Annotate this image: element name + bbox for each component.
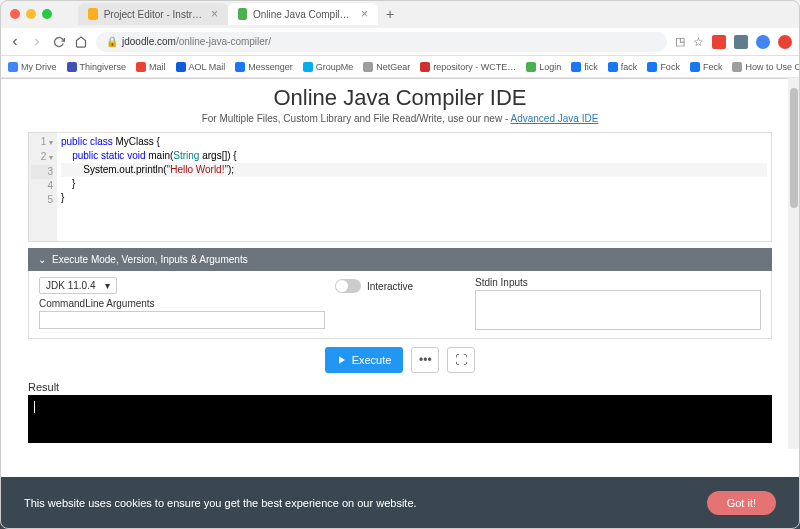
qr-icon[interactable]: ◳ (675, 35, 685, 48)
interactive-label: Interactive (367, 281, 413, 292)
chevron-down-icon: ▾ (105, 280, 110, 291)
execute-label: Execute (352, 354, 392, 366)
url-path: /online-java-compiler/ (176, 36, 271, 47)
bookmarks-bar: My Drive Thingiverse Mail AOL Mail Messe… (0, 56, 800, 78)
ext-icon[interactable] (734, 35, 748, 49)
bookmark-item[interactable]: fick (571, 62, 598, 72)
bookmark-item[interactable]: Fock (647, 62, 680, 72)
bookmark-item[interactable]: GroupMe (303, 62, 354, 72)
jdk-value: JDK 11.0.4 (46, 280, 95, 291)
page-subtitle: For Multiple Files, Custom Library and F… (28, 113, 772, 124)
ext-icon[interactable] (778, 35, 792, 49)
cookie-banner: This website uses cookies to ensure you … (0, 477, 800, 529)
browser-chrome: Project Editor - Instructables × Online … (0, 0, 800, 79)
cookie-accept-button[interactable]: Got it! (707, 491, 776, 515)
fullscreen-button[interactable]: ⛶ (447, 347, 475, 373)
bookmark-item[interactable]: How to Use Com… (732, 62, 800, 72)
editor-gutter: 1 ▾ 2 ▾ 3 4 5 (29, 133, 57, 241)
cursor (34, 401, 35, 413)
interactive-toggle[interactable] (335, 279, 361, 293)
star-icon[interactable]: ☆ (693, 35, 704, 49)
bookmark-item[interactable]: Thingiverse (67, 62, 127, 72)
tab-jdoodle[interactable]: Online Java Compiler - Onlin… × (228, 3, 378, 25)
more-button[interactable]: ••• (411, 347, 439, 373)
dots-icon: ••• (419, 353, 432, 367)
ext-icon[interactable] (712, 35, 726, 49)
stdin-label: Stdin Inputs (475, 277, 761, 288)
home-button[interactable] (74, 35, 88, 49)
fullscreen-icon: ⛶ (455, 353, 467, 367)
cmd-args-input[interactable] (39, 311, 325, 329)
bookmark-item[interactable]: Mail (136, 62, 166, 72)
lock-icon: 🔒 (106, 36, 118, 47)
exec-header-label: Execute Mode, Version, Inputs & Argument… (52, 254, 248, 265)
scrollbar-vertical[interactable] (788, 78, 800, 449)
favicon-icon (238, 8, 247, 20)
result-label: Result (28, 381, 772, 393)
reload-button[interactable] (52, 35, 66, 49)
bookmark-item[interactable]: repository - WCTE… (420, 62, 516, 72)
jdk-select[interactable]: JDK 11.0.4 ▾ (39, 277, 117, 294)
window-controls: Project Editor - Instructables × Online … (0, 0, 800, 28)
page-title: Online Java Compiler IDE (28, 85, 772, 111)
address-bar[interactable]: 🔒 jdoodle.com/online-java-compiler/ (96, 32, 667, 52)
chevron-down-icon: ⌄ (38, 254, 46, 265)
bookmark-item[interactable]: Login (526, 62, 561, 72)
tab-bar: Project Editor - Instructables × Online … (78, 3, 790, 25)
tab-instructables[interactable]: Project Editor - Instructables × (78, 3, 228, 25)
extensions (712, 35, 792, 49)
exec-panel-header[interactable]: ⌄ Execute Mode, Version, Inputs & Argume… (28, 248, 772, 271)
window-close[interactable] (10, 9, 20, 19)
close-icon[interactable]: × (361, 7, 368, 21)
avatar[interactable] (756, 35, 770, 49)
stdin-input[interactable] (475, 290, 761, 330)
cmd-args-label: CommandLine Arguments (39, 298, 325, 309)
svg-marker-0 (339, 356, 345, 364)
address-row: 🔒 jdoodle.com/online-java-compiler/ ◳ ☆ (0, 28, 800, 56)
bookmark-item[interactable]: AOL Mail (176, 62, 226, 72)
exec-panel-body: JDK 11.0.4 ▾ CommandLine Arguments Inter… (28, 271, 772, 339)
play-icon (337, 355, 347, 365)
window-minimize[interactable] (26, 9, 36, 19)
bookmark-item[interactable]: Messenger (235, 62, 293, 72)
bookmark-item[interactable]: My Drive (8, 62, 57, 72)
code-editor[interactable]: 1 ▾ 2 ▾ 3 4 5 public class MyClass { pub… (28, 132, 772, 242)
close-icon[interactable]: × (211, 7, 218, 21)
bookmark-item[interactable]: Feck (690, 62, 723, 72)
forward-button[interactable] (30, 35, 44, 49)
result-output[interactable] (28, 395, 772, 443)
page-content: Online Java Compiler IDE For Multiple Fi… (0, 79, 800, 443)
bookmark-item[interactable]: NetGear (363, 62, 410, 72)
cookie-text: This website uses cookies to ensure you … (24, 497, 417, 509)
back-button[interactable] (8, 35, 22, 49)
favicon-icon (88, 8, 98, 20)
window-maximize[interactable] (42, 9, 52, 19)
execute-button[interactable]: Execute (325, 347, 404, 373)
url-host: jdoodle.com (122, 36, 176, 47)
tab-title: Online Java Compiler - Onlin… (253, 9, 355, 20)
new-tab-button[interactable]: + (378, 6, 402, 22)
action-row: Execute ••• ⛶ (28, 347, 772, 373)
advanced-ide-link[interactable]: Advanced Java IDE (511, 113, 599, 124)
scrollbar-thumb[interactable] (790, 88, 798, 208)
editor-code[interactable]: public class MyClass { public static voi… (57, 133, 771, 241)
bookmark-item[interactable]: fack (608, 62, 638, 72)
tab-title: Project Editor - Instructables (104, 9, 205, 20)
